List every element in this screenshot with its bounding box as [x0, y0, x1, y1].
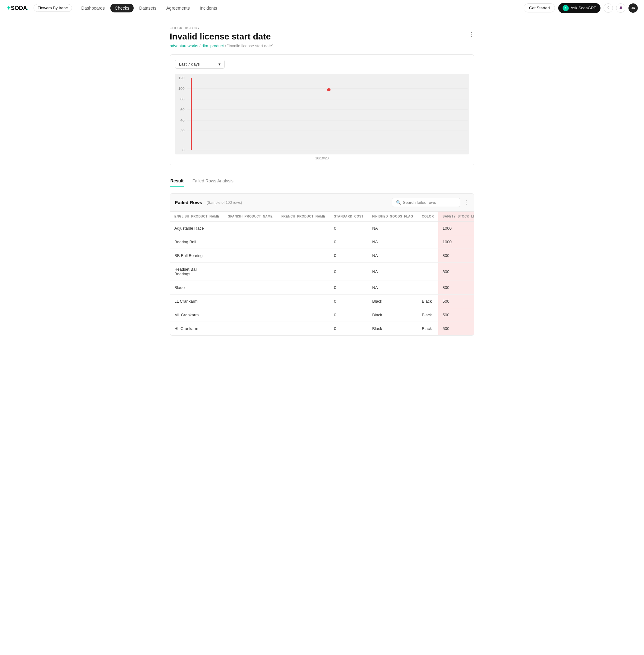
nav-item-incidents[interactable]: Incidents [196, 4, 222, 13]
cell-5-1 [224, 295, 277, 308]
cell-1-6: 1000 [438, 235, 474, 249]
nav-item-checks[interactable]: Checks [110, 4, 134, 13]
nav-item-datasets[interactable]: Datasets [135, 4, 161, 13]
chart-area: 120 100 80 60 40 20 0 [175, 74, 469, 155]
svg-text:120: 120 [178, 76, 185, 79]
ask-soda-button[interactable]: ✦ Ask SodaGPT [558, 3, 600, 13]
cell-5-0: LL Crankarm [170, 295, 224, 308]
cell-7-5: Black [417, 322, 438, 335]
cell-1-5 [417, 235, 438, 249]
cell-6-0: ML Crankarm [170, 308, 224, 322]
cell-1-4: NA [368, 235, 418, 249]
nav-item-agreements[interactable]: Agreements [162, 4, 194, 13]
date-range-label: Last 7 days [179, 62, 200, 67]
cell-1-1 [224, 235, 277, 249]
cell-3-3: 0 [329, 262, 368, 281]
cell-6-4: Black [368, 308, 418, 322]
search-box[interactable]: 🔍 [392, 198, 460, 207]
cell-2-1 [224, 249, 277, 262]
cell-6-3: 0 [329, 308, 368, 322]
table-header-row: ENGLISH_PRODUCT_NAME SPANISH_PRODUCT_NAM… [170, 212, 474, 221]
cell-5-3: 0 [329, 295, 368, 308]
col-header-english: ENGLISH_PRODUCT_NAME [170, 212, 224, 221]
help-button[interactable]: ? [604, 3, 613, 13]
nav-right: Get Started ✦ Ask SodaGPT ? # JR [524, 3, 638, 13]
cell-0-0: Adjustable Race [170, 221, 224, 235]
tab-result[interactable]: Result [170, 175, 184, 187]
table-row: HL Crankarm0BlackBlack500375 [170, 322, 474, 335]
cell-5-6: 500 [438, 295, 474, 308]
table-title: Failed Rows [175, 200, 202, 205]
table-section: Failed Rows (Sample of 100 rows) 🔍 ⋮ ENG… [170, 193, 474, 335]
table-more-options-button[interactable]: ⋮ [463, 200, 469, 205]
cell-7-1 [224, 322, 277, 335]
chart-x-label: 10/10/23 [175, 156, 469, 160]
search-input[interactable] [403, 200, 456, 205]
svg-text:40: 40 [180, 118, 184, 122]
cell-4-5 [417, 281, 438, 295]
cell-3-2 [277, 262, 329, 281]
cell-1-3: 0 [329, 235, 368, 249]
col-header-safety-stock: SAFETY_STOCK_LEVEL [438, 212, 474, 221]
cell-7-6: 500 [438, 322, 474, 335]
table-row: Adjustable Race0NA1000750 [170, 221, 474, 235]
main-content: CHECK HISTORY Invalid license start date… [163, 16, 481, 346]
cell-2-3: 0 [329, 249, 368, 262]
cell-0-6: 1000 [438, 221, 474, 235]
breadcrumb-link-1[interactable]: adventureworks [170, 44, 198, 48]
svg-text:80: 80 [180, 97, 184, 101]
table-row: Bearing Ball0NA1000750 [170, 235, 474, 249]
get-started-button[interactable]: Get Started [524, 3, 555, 13]
date-range-selector[interactable]: Last 7 days ▾ [175, 60, 225, 69]
cell-3-6: 800 [438, 262, 474, 281]
table-header: Failed Rows (Sample of 100 rows) 🔍 ⋮ [170, 193, 474, 212]
slack-icon: # [619, 6, 622, 10]
col-header-spanish: SPANISH_PRODUCT_NAME [224, 212, 277, 221]
avatar[interactable]: JR [628, 3, 638, 13]
cell-2-0: BB Ball Bearing [170, 249, 224, 262]
breadcrumb: adventureworks / dim_product / "Invalid … [170, 44, 274, 48]
cell-6-2 [277, 308, 329, 322]
col-header-standard-cost: STANDARD_COST [329, 212, 368, 221]
col-header-french: FRENCH_PRODUCT_NAME [277, 212, 329, 221]
nav-items: Dashboards Checks Datasets Agreements In… [77, 4, 222, 13]
chevron-down-icon: ▾ [218, 62, 221, 67]
cell-2-2 [277, 249, 329, 262]
col-header-color: COLOR [417, 212, 438, 221]
svg-text:100: 100 [178, 87, 185, 90]
table-row: LL Crankarm0BlackBlack500375 [170, 295, 474, 308]
table-row: ML Crankarm0BlackBlack500375 [170, 308, 474, 322]
cell-7-3: 0 [329, 322, 368, 335]
cell-4-6: 800 [438, 281, 474, 295]
breadcrumb-link-2[interactable]: dim_product [202, 44, 224, 48]
cell-4-2 [277, 281, 329, 295]
chart-card: Last 7 days ▾ 120 100 80 60 40 20 0 [170, 54, 474, 165]
cell-7-2 [277, 322, 329, 335]
table-row: BB Ball Bearing0NA800600 [170, 249, 474, 262]
cell-7-0: HL Crankarm [170, 322, 224, 335]
cell-0-2 [277, 221, 329, 235]
tab-failed-rows-analysis[interactable]: Failed Rows Analysis [192, 175, 234, 187]
cell-4-0: Blade [170, 281, 224, 295]
table-subtitle: (Sample of 100 rows) [207, 201, 242, 205]
cell-0-4: NA [368, 221, 418, 235]
cell-2-5 [417, 249, 438, 262]
more-options-button[interactable]: ⋮ [469, 32, 474, 37]
help-icon: ? [607, 6, 609, 10]
failed-rows-table: ENGLISH_PRODUCT_NAME SPANISH_PRODUCT_NAM… [170, 212, 474, 335]
nav-item-dashboards[interactable]: Dashboards [77, 4, 109, 13]
page-header: CHECK HISTORY Invalid license start date… [170, 26, 474, 54]
slack-button[interactable]: # [616, 3, 625, 13]
search-icon: 🔍 [396, 200, 401, 205]
org-selector[interactable]: Flowers By Irene [33, 4, 72, 12]
soda-gpt-icon: ✦ [562, 5, 569, 11]
tabs: Result Failed Rows Analysis [170, 175, 474, 187]
app-logo: ✦SODA. [6, 5, 29, 11]
logo-accent: ✦ [6, 5, 11, 11]
cell-3-0: Headset Ball Bearings [170, 262, 224, 281]
cell-7-4: Black [368, 322, 418, 335]
navbar: ✦SODA. Flowers By Irene Dashboards Check… [0, 0, 644, 16]
cell-1-0: Bearing Ball [170, 235, 224, 249]
cell-0-5 [417, 221, 438, 235]
cell-2-6: 800 [438, 249, 474, 262]
